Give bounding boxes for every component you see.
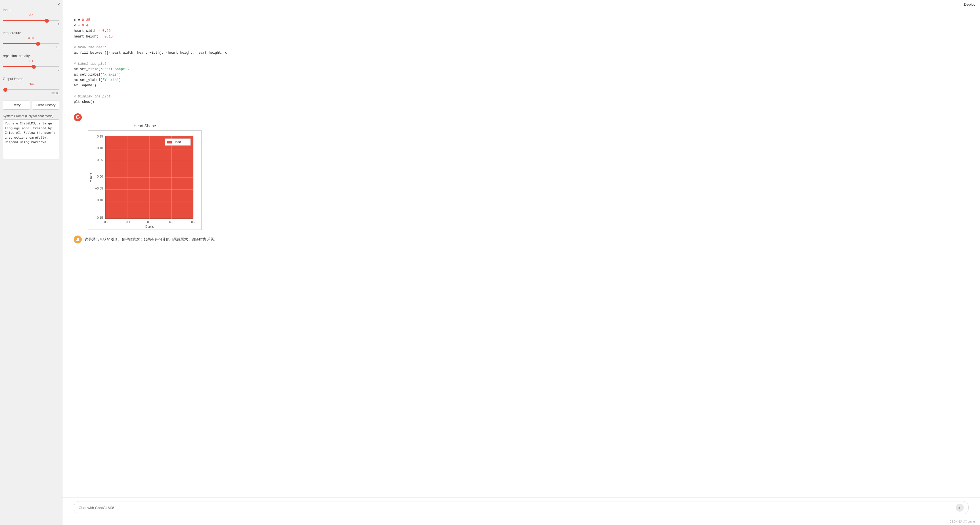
response-message: 这是爱心形状的图形。希望你喜欢！如果有任何其他问题或需求，请随时告诉我。: [74, 236, 969, 244]
assistant-message-text: 这是爱心形状的图形。希望你喜欢！如果有任何其他问题或需求，请随时告诉我。: [84, 236, 218, 243]
top-p-group: top_p 0.8 0 1: [3, 8, 59, 26]
deploy-button[interactable]: Deploy: [964, 2, 975, 6]
output-length-slider[interactable]: [3, 89, 59, 90]
temperature-label: temperature: [3, 31, 59, 35]
chat-input-wrapper: ►: [74, 501, 969, 514]
chart-wrapper: Heart Shape 0.15 0.10 0.05 0: [85, 124, 204, 230]
svg-text:Y axis: Y axis: [89, 173, 93, 182]
svg-text:0.10: 0.10: [97, 146, 103, 150]
repetition-penalty-slider-container: [3, 63, 59, 68]
bot-icon: [75, 237, 80, 242]
close-button[interactable]: ×: [57, 2, 60, 7]
svg-text:−0.05: −0.05: [95, 187, 103, 190]
svg-text:Heart: Heart: [173, 140, 181, 144]
top-p-slider-container: [3, 17, 59, 22]
main-content: Deploy x = 0.35 y = 0.4 heart_width = 0.…: [62, 0, 980, 525]
repetition-penalty-range-labels: 0 2: [3, 69, 59, 72]
temperature-group: temperature 0.95 0 1.5: [3, 31, 59, 49]
svg-text:−0.1: −0.1: [124, 220, 130, 223]
svg-text:0.0: 0.0: [147, 220, 151, 223]
temperature-range-labels: 0 1.5: [3, 46, 59, 49]
assistant-avatar: [74, 236, 82, 244]
chat-input-area: ►: [62, 498, 980, 519]
chart-run-icon[interactable]: [74, 113, 82, 121]
svg-text:−0.2: −0.2: [102, 220, 108, 223]
action-buttons: Retry Clear History: [3, 101, 59, 110]
output-length-slider-container: [3, 86, 59, 91]
output-length-label: Output length: [3, 77, 59, 81]
chat-area[interactable]: x = 0.35 y = 0.4 heart_width = 0.25 hear…: [62, 9, 980, 498]
top-p-label: top_p: [3, 8, 59, 12]
retry-button[interactable]: Retry: [3, 101, 30, 110]
footer-text: CSDN @张三 demol: [62, 519, 980, 525]
chat-input[interactable]: [79, 506, 956, 510]
svg-text:−0.15: −0.15: [95, 216, 103, 219]
output-length-range-labels: 5 32000: [3, 92, 59, 95]
top-p-range-labels: 0 1: [3, 23, 59, 26]
output-length-value: 256: [3, 82, 59, 86]
top-p-slider[interactable]: [3, 20, 59, 21]
temperature-slider[interactable]: [3, 43, 59, 44]
top-p-value: 0.8: [3, 13, 59, 16]
temperature-slider-container: [3, 40, 59, 45]
repetition-penalty-value: 1.1: [3, 59, 59, 62]
repetition-penalty-label: repetition_penalty: [3, 54, 59, 58]
output-length-group: Output length 256 5 32000: [3, 77, 59, 95]
svg-text:0.05: 0.05: [97, 158, 103, 162]
top-bar: Deploy: [62, 0, 980, 9]
svg-text:0.00: 0.00: [97, 175, 103, 178]
repetition-penalty-slider[interactable]: [3, 66, 59, 67]
svg-text:0.1: 0.1: [169, 220, 173, 223]
refresh-icon: [75, 115, 80, 120]
send-button[interactable]: ►: [956, 504, 964, 512]
clear-history-button[interactable]: Clear History: [32, 101, 60, 110]
left-panel: × top_p 0.8 0 1 temperature 0.95 0 1.5 r…: [0, 0, 62, 525]
svg-text:−0.10: −0.10: [95, 198, 103, 202]
svg-text:X axis: X axis: [145, 225, 154, 229]
svg-text:0.15: 0.15: [97, 135, 103, 138]
repetition-penalty-group: repetition_penalty 1.1 0 2: [3, 54, 59, 72]
code-block: x = 0.35 y = 0.4 heart_width = 0.25 hear…: [74, 15, 969, 108]
chart-title: Heart Shape: [134, 124, 156, 128]
system-prompt-textarea[interactable]: You are ChatGLM3, a large language model…: [3, 119, 59, 159]
temperature-value: 0.95: [3, 36, 59, 40]
svg-text:0.2: 0.2: [191, 220, 195, 223]
heart-chart-svg: 0.15 0.10 0.05 0.00 −0.05 −0.10 −0.15 −0…: [88, 131, 202, 230]
system-prompt-label: System Prompt (Only for chat mode): [3, 114, 59, 118]
chart-container: Heart Shape 0.15 0.10 0.05 0: [74, 113, 969, 230]
svg-rect-27: [167, 140, 172, 144]
